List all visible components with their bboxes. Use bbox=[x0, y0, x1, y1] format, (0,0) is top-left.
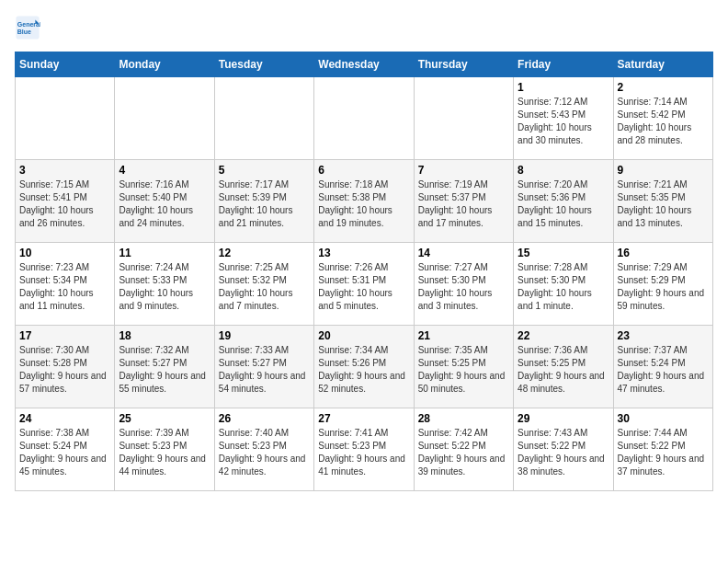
day-info: Sunrise: 7:14 AM Sunset: 5:42 PM Dayligh… bbox=[618, 96, 709, 147]
calendar-header-wednesday: Wednesday bbox=[314, 52, 414, 77]
day-number: 19 bbox=[219, 329, 310, 342]
calendar-cell: 24Sunrise: 7:38 AM Sunset: 5:24 PM Dayli… bbox=[16, 408, 115, 491]
day-number: 9 bbox=[618, 164, 709, 177]
calendar-cell: 25Sunrise: 7:39 AM Sunset: 5:23 PM Dayli… bbox=[115, 408, 214, 491]
day-number: 2 bbox=[618, 81, 709, 94]
calendar-cell bbox=[16, 77, 115, 160]
calendar-cell: 30Sunrise: 7:44 AM Sunset: 5:22 PM Dayli… bbox=[613, 408, 712, 491]
day-number: 5 bbox=[219, 164, 310, 177]
calendar-header-row: SundayMondayTuesdayWednesdayThursdayFrid… bbox=[16, 52, 713, 77]
day-number: 21 bbox=[418, 329, 509, 342]
day-info: Sunrise: 7:17 AM Sunset: 5:39 PM Dayligh… bbox=[219, 178, 310, 230]
day-number: 11 bbox=[119, 247, 210, 259]
calendar-cell: 3Sunrise: 7:15 AM Sunset: 5:41 PM Daylig… bbox=[16, 160, 115, 243]
calendar-cell: 1Sunrise: 7:12 AM Sunset: 5:43 PM Daylig… bbox=[514, 77, 613, 160]
calendar-cell: 26Sunrise: 7:40 AM Sunset: 5:23 PM Dayli… bbox=[214, 408, 313, 491]
day-info: Sunrise: 7:33 AM Sunset: 5:27 PM Dayligh… bbox=[219, 344, 310, 396]
day-number: 22 bbox=[518, 329, 609, 342]
calendar-cell: 13Sunrise: 7:26 AM Sunset: 5:31 PM Dayli… bbox=[314, 243, 414, 326]
day-info: Sunrise: 7:41 AM Sunset: 5:23 PM Dayligh… bbox=[318, 427, 409, 478]
day-number: 15 bbox=[518, 247, 609, 259]
day-number: 3 bbox=[19, 164, 110, 177]
calendar-cell: 9Sunrise: 7:21 AM Sunset: 5:35 PM Daylig… bbox=[613, 160, 712, 243]
day-info: Sunrise: 7:26 AM Sunset: 5:31 PM Dayligh… bbox=[318, 261, 409, 313]
calendar-cell: 27Sunrise: 7:41 AM Sunset: 5:23 PM Dayli… bbox=[314, 408, 414, 491]
logo-icon: General Blue bbox=[15, 15, 40, 40]
calendar-week-row: 1Sunrise: 7:12 AM Sunset: 5:43 PM Daylig… bbox=[16, 77, 713, 160]
day-info: Sunrise: 7:23 AM Sunset: 5:34 PM Dayligh… bbox=[19, 261, 110, 313]
day-info: Sunrise: 7:28 AM Sunset: 5:30 PM Dayligh… bbox=[518, 261, 609, 313]
day-info: Sunrise: 7:18 AM Sunset: 5:38 PM Dayligh… bbox=[318, 178, 409, 230]
day-info: Sunrise: 7:24 AM Sunset: 5:33 PM Dayligh… bbox=[119, 261, 210, 313]
day-info: Sunrise: 7:38 AM Sunset: 5:24 PM Dayligh… bbox=[19, 427, 110, 478]
logo: General Blue bbox=[15, 15, 44, 40]
day-number: 14 bbox=[418, 247, 509, 259]
day-info: Sunrise: 7:27 AM Sunset: 5:30 PM Dayligh… bbox=[418, 261, 509, 313]
day-info: Sunrise: 7:36 AM Sunset: 5:25 PM Dayligh… bbox=[518, 344, 609, 396]
day-number: 24 bbox=[19, 412, 110, 425]
day-info: Sunrise: 7:21 AM Sunset: 5:35 PM Dayligh… bbox=[618, 178, 709, 230]
calendar-cell: 23Sunrise: 7:37 AM Sunset: 5:24 PM Dayli… bbox=[613, 326, 712, 408]
calendar-cell: 6Sunrise: 7:18 AM Sunset: 5:38 PM Daylig… bbox=[314, 160, 414, 243]
calendar-week-row: 10Sunrise: 7:23 AM Sunset: 5:34 PM Dayli… bbox=[16, 243, 713, 326]
day-info: Sunrise: 7:34 AM Sunset: 5:26 PM Dayligh… bbox=[318, 344, 409, 396]
day-info: Sunrise: 7:42 AM Sunset: 5:22 PM Dayligh… bbox=[418, 427, 509, 478]
day-info: Sunrise: 7:35 AM Sunset: 5:25 PM Dayligh… bbox=[418, 344, 509, 396]
day-number: 18 bbox=[119, 329, 210, 342]
calendar-cell: 5Sunrise: 7:17 AM Sunset: 5:39 PM Daylig… bbox=[214, 160, 313, 243]
day-info: Sunrise: 7:20 AM Sunset: 5:36 PM Dayligh… bbox=[518, 178, 609, 230]
calendar-cell bbox=[314, 77, 414, 160]
day-number: 13 bbox=[318, 247, 409, 259]
day-number: 23 bbox=[618, 329, 709, 342]
calendar-cell: 20Sunrise: 7:34 AM Sunset: 5:26 PM Dayli… bbox=[314, 326, 414, 408]
calendar-table: SundayMondayTuesdayWednesdayThursdayFrid… bbox=[15, 52, 713, 491]
calendar-header-saturday: Saturday bbox=[613, 52, 712, 77]
calendar-cell: 19Sunrise: 7:33 AM Sunset: 5:27 PM Dayli… bbox=[214, 326, 313, 408]
day-number: 17 bbox=[19, 329, 110, 342]
calendar-cell: 22Sunrise: 7:36 AM Sunset: 5:25 PM Dayli… bbox=[514, 326, 613, 408]
day-number: 8 bbox=[518, 164, 609, 177]
day-number: 27 bbox=[318, 412, 409, 425]
calendar-header-sunday: Sunday bbox=[16, 52, 115, 77]
day-number: 4 bbox=[119, 164, 210, 177]
day-info: Sunrise: 7:40 AM Sunset: 5:23 PM Dayligh… bbox=[219, 427, 310, 478]
calendar-cell: 4Sunrise: 7:16 AM Sunset: 5:40 PM Daylig… bbox=[115, 160, 214, 243]
day-number: 28 bbox=[418, 412, 509, 425]
day-info: Sunrise: 7:12 AM Sunset: 5:43 PM Dayligh… bbox=[518, 96, 609, 147]
day-number: 1 bbox=[518, 81, 609, 94]
day-info: Sunrise: 7:43 AM Sunset: 5:22 PM Dayligh… bbox=[518, 427, 609, 478]
calendar-cell: 18Sunrise: 7:32 AM Sunset: 5:27 PM Dayli… bbox=[115, 326, 214, 408]
calendar-cell: 28Sunrise: 7:42 AM Sunset: 5:22 PM Dayli… bbox=[414, 408, 513, 491]
calendar-cell: 29Sunrise: 7:43 AM Sunset: 5:22 PM Dayli… bbox=[514, 408, 613, 491]
svg-text:Blue: Blue bbox=[17, 29, 31, 35]
day-info: Sunrise: 7:25 AM Sunset: 5:32 PM Dayligh… bbox=[219, 261, 310, 313]
calendar-header-monday: Monday bbox=[115, 52, 214, 77]
day-info: Sunrise: 7:16 AM Sunset: 5:40 PM Dayligh… bbox=[119, 178, 210, 230]
day-number: 16 bbox=[618, 247, 709, 259]
calendar-cell bbox=[115, 77, 214, 160]
calendar-header-friday: Friday bbox=[514, 52, 613, 77]
calendar-week-row: 17Sunrise: 7:30 AM Sunset: 5:28 PM Dayli… bbox=[16, 326, 713, 408]
day-info: Sunrise: 7:44 AM Sunset: 5:22 PM Dayligh… bbox=[618, 427, 709, 478]
day-number: 25 bbox=[119, 412, 210, 425]
calendar-cell: 14Sunrise: 7:27 AM Sunset: 5:30 PM Dayli… bbox=[414, 243, 513, 326]
calendar-week-row: 3Sunrise: 7:15 AM Sunset: 5:41 PM Daylig… bbox=[16, 160, 713, 243]
day-info: Sunrise: 7:29 AM Sunset: 5:29 PM Dayligh… bbox=[618, 261, 709, 313]
calendar-cell bbox=[414, 77, 513, 160]
day-info: Sunrise: 7:15 AM Sunset: 5:41 PM Dayligh… bbox=[19, 178, 110, 230]
day-info: Sunrise: 7:19 AM Sunset: 5:37 PM Dayligh… bbox=[418, 178, 509, 230]
calendar-cell: 16Sunrise: 7:29 AM Sunset: 5:29 PM Dayli… bbox=[613, 243, 712, 326]
calendar-header-tuesday: Tuesday bbox=[214, 52, 313, 77]
day-info: Sunrise: 7:32 AM Sunset: 5:27 PM Dayligh… bbox=[119, 344, 210, 396]
day-number: 30 bbox=[618, 412, 709, 425]
day-number: 6 bbox=[318, 164, 409, 177]
calendar-cell: 8Sunrise: 7:20 AM Sunset: 5:36 PM Daylig… bbox=[514, 160, 613, 243]
day-info: Sunrise: 7:30 AM Sunset: 5:28 PM Dayligh… bbox=[19, 344, 110, 396]
calendar-cell: 10Sunrise: 7:23 AM Sunset: 5:34 PM Dayli… bbox=[16, 243, 115, 326]
day-number: 20 bbox=[318, 329, 409, 342]
day-number: 29 bbox=[518, 412, 609, 425]
day-number: 7 bbox=[418, 164, 509, 177]
calendar-cell: 15Sunrise: 7:28 AM Sunset: 5:30 PM Dayli… bbox=[514, 243, 613, 326]
calendar-cell: 21Sunrise: 7:35 AM Sunset: 5:25 PM Dayli… bbox=[414, 326, 513, 408]
calendar-cell: 11Sunrise: 7:24 AM Sunset: 5:33 PM Dayli… bbox=[115, 243, 214, 326]
